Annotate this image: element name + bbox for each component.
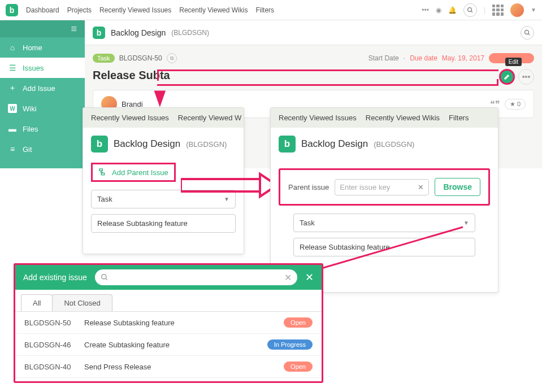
nav-recent-wikis[interactable]: Recently Viewed Wikis: [179, 6, 248, 14]
project-search-icon[interactable]: [521, 26, 534, 40]
search-icon[interactable]: [463, 3, 477, 17]
issue-row[interactable]: BLGDSGN-50Release Subtasking featureOpen: [15, 312, 322, 334]
issue-list[interactable]: BLGDSGN-50Release Subtasking featureOpen…: [15, 312, 322, 378]
issue-key[interactable]: BLGDSGN-50: [119, 54, 162, 62]
sidebar-item-issues[interactable]: ☰ Issues: [0, 58, 85, 78]
svg-point-2: [525, 30, 529, 34]
svg-point-0: [467, 7, 471, 11]
svg-line-10: [106, 278, 107, 280]
project-key: (BLGDSGN): [186, 140, 227, 149]
arrow-right-icon: [181, 171, 277, 199]
modal-search-field[interactable]: [113, 273, 280, 282]
edit-button[interactable]: [499, 69, 515, 85]
nav-dashboard[interactable]: Dashboard: [26, 6, 59, 14]
list-icon: ☰: [8, 63, 17, 72]
plus-icon: ＋: [8, 84, 17, 93]
sidebar-item-home[interactable]: ⌂ Home: [0, 37, 85, 58]
copy-icon[interactable]: ⧉: [167, 53, 177, 63]
nav-projects[interactable]: Projects: [67, 6, 92, 14]
sidebar-item-label: Add Issue: [23, 84, 55, 93]
issue-key: BLGDSGN-46: [24, 341, 75, 349]
issue-title-input[interactable]: Release Subtasking feature: [91, 214, 236, 233]
modal-search-input[interactable]: ✕: [95, 269, 297, 285]
clear-icon[interactable]: ✕: [418, 183, 424, 191]
sidebar-item-label: Issues: [23, 64, 44, 72]
project-key: (BLGDSGN): [171, 29, 209, 37]
separator: ·: [404, 54, 405, 62]
home-icon: ⌂: [8, 43, 17, 52]
hierarchy-icon: [98, 168, 107, 177]
due-date-label: Due date: [410, 54, 437, 62]
sidebar-item-add-issue[interactable]: ＋ Add Issue: [0, 78, 85, 98]
svg-rect-6: [181, 179, 260, 191]
sidebar-item-wiki[interactable]: W Wiki: [0, 98, 85, 119]
svg-rect-5: [101, 173, 104, 175]
panel-nav-recent-issues[interactable]: Recently Viewed Issues: [279, 114, 357, 122]
svg-line-1: [471, 11, 472, 12]
svg-point-9: [102, 275, 106, 279]
project-logo-icon: b: [91, 136, 108, 153]
sidebar-item-label: Wiki: [23, 104, 37, 113]
annotation-connector: [157, 79, 498, 86]
browse-button[interactable]: Browse: [435, 178, 480, 196]
parent-issue-label: Parent issue: [288, 183, 329, 191]
issue-title: Send Press Release: [84, 363, 275, 371]
tab-all[interactable]: All: [21, 294, 53, 311]
parent-issue-input[interactable]: Enter issue key ✕: [335, 179, 429, 195]
close-icon[interactable]: ✕: [305, 271, 314, 284]
chevron-down-icon: ▼: [463, 220, 469, 226]
clear-icon[interactable]: ✕: [284, 272, 292, 283]
sidebar-item-label: Home: [23, 43, 42, 52]
sidebar-item-files[interactable]: ▬ Files: [0, 119, 85, 139]
svg-rect-4: [99, 169, 102, 171]
eye-icon[interactable]: ◉: [436, 6, 441, 14]
apps-icon[interactable]: [492, 5, 504, 16]
panel-nav-filters[interactable]: Filters: [449, 114, 469, 122]
annotation-connector: [319, 226, 454, 265]
hamburger-icon[interactable]: ≡: [0, 20, 85, 37]
svg-line-8: [322, 227, 463, 268]
bell-icon[interactable]: 🔔: [448, 6, 457, 14]
chevron-down-icon[interactable]: ▼: [531, 7, 536, 13]
star-button[interactable]: ★ 0: [505, 99, 526, 110]
status-badge: In Progress: [267, 339, 313, 350]
add-existing-issue-modal: Add existing issue ✕ ✕ All Not Closed BL…: [14, 263, 323, 383]
more-button[interactable]: •••: [518, 69, 534, 85]
avatar[interactable]: [510, 3, 524, 17]
edit-tooltip: Edit: [505, 58, 522, 66]
project-key: (BLGDSGN): [374, 140, 414, 149]
wiki-icon: W: [8, 104, 17, 113]
tab-not-closed[interactable]: Not Closed: [52, 294, 112, 311]
nav-filters[interactable]: Filters: [255, 6, 274, 14]
folder-icon: ▬: [8, 124, 17, 133]
more-icon[interactable]: •••: [422, 6, 429, 14]
panel-nav-recent-issues[interactable]: Recently Viewed Issues: [91, 114, 169, 122]
project-header: b Backlog Design (BLGDSGN): [85, 20, 542, 45]
git-icon: ≡: [8, 145, 17, 154]
svg-line-3: [528, 33, 530, 35]
project-name: Backlog Design: [111, 28, 166, 37]
issue-row[interactable]: BLGDSGN-40Send Press ReleaseOpen: [15, 356, 322, 378]
issue-key: BLGDSGN-40: [24, 363, 75, 371]
logo-icon[interactable]: b: [6, 4, 18, 16]
issue-title: Release Subtasking feature: [84, 319, 275, 327]
status-badge: Open: [284, 361, 313, 372]
nav-recent-issues[interactable]: Recently Viewed Issues: [99, 6, 171, 14]
sidebar-item-label: Git: [23, 145, 32, 154]
due-date-value: May. 19, 2017: [442, 54, 484, 62]
start-date-label: Start Date: [368, 54, 399, 62]
project-name: Backlog Design: [114, 138, 180, 150]
sidebar-item-label: Files: [23, 125, 38, 133]
sidebar-item-git[interactable]: ≡ Git: [0, 139, 85, 159]
status-badge: Open: [284, 317, 313, 328]
issue-row[interactable]: BLGDSGN-46Create Subtasking featureIn Pr…: [15, 334, 322, 356]
top-nav: b Dashboard Projects Recently Viewed Iss…: [0, 0, 542, 20]
panel-nav-recent-wikis[interactable]: Recently Viewed W: [178, 114, 241, 122]
panel-nav-recent-wikis[interactable]: Recently Viewed Wikis: [366, 114, 440, 122]
sidebar: ≡ ⌂ Home ☰ Issues ＋ Add Issue W Wiki ▬ F…: [0, 20, 85, 168]
modal-title: Add existing issue: [23, 273, 87, 282]
search-icon: [101, 273, 109, 281]
add-parent-issue-button[interactable]: Add Parent Issue: [91, 163, 176, 182]
project-name: Backlog Design: [301, 138, 368, 150]
issue-title: Create Subtasking feature: [84, 341, 258, 349]
